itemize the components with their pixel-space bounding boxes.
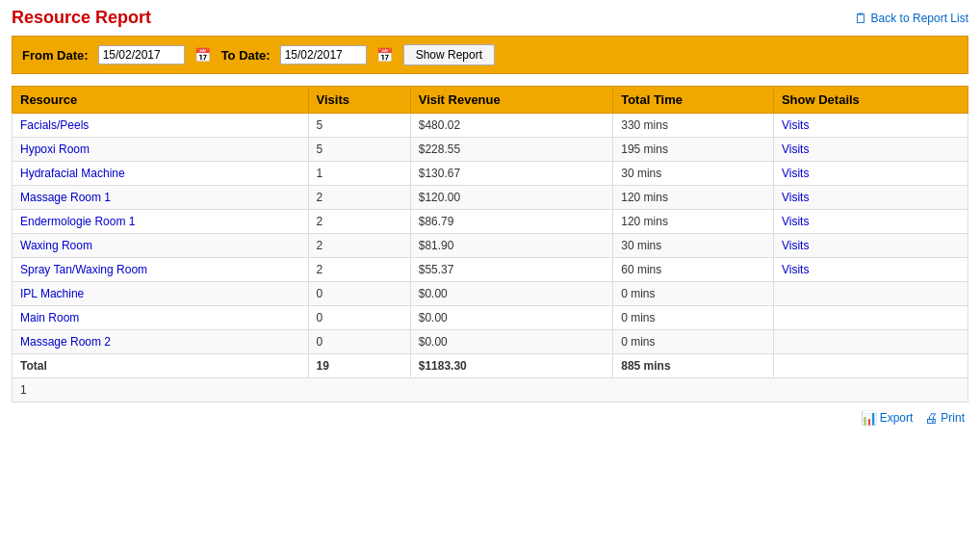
cell-resource: IPL Machine — [13, 282, 309, 306]
cell-revenue: $480.02 — [410, 114, 613, 138]
cell-visits: 5 — [308, 114, 410, 138]
cell-total-revenue: $1183.30 — [410, 354, 613, 378]
cell-show-details: Visits — [773, 114, 967, 138]
table-header-row: Resource Visits Visit Revenue Total Time… — [13, 87, 968, 114]
cell-visits: 0 — [308, 282, 410, 306]
print-link[interactable]: 🖨 Print — [924, 410, 965, 426]
cell-total-time: 60 mins — [613, 258, 774, 282]
export-link[interactable]: 📊 Export — [861, 410, 914, 426]
cell-visits: 2 — [308, 186, 410, 210]
from-date-calendar-icon[interactable]: 📅 — [194, 46, 212, 64]
cell-revenue: $0.00 — [410, 306, 613, 330]
report-list-icon: 🗒 — [854, 11, 867, 26]
cell-visits: 1 — [308, 162, 410, 186]
cell-resource: Waxing Room — [13, 234, 309, 258]
cell-revenue: $130.67 — [410, 162, 613, 186]
cell-show-details: Visits — [773, 162, 967, 186]
cell-visits: 0 — [308, 306, 410, 330]
resource-link[interactable]: Waxing Room — [20, 239, 92, 252]
to-date-calendar-icon[interactable]: 📅 — [376, 46, 394, 64]
cell-total-time: 330 mins — [613, 114, 774, 138]
print-icon: 🖨 — [924, 410, 938, 426]
visits-details-link[interactable]: Visits — [782, 118, 809, 132]
visits-details-link[interactable]: Visits — [782, 263, 809, 276]
table-row: Waxing Room2$81.9030 minsVisits — [13, 234, 968, 258]
show-report-button[interactable]: Show Report — [403, 44, 495, 65]
cell-revenue: $86.79 — [410, 210, 613, 234]
from-date-label: From Date: — [22, 48, 89, 63]
resource-link[interactable]: Facials/Peels — [20, 118, 89, 132]
cell-visits: 2 — [308, 258, 410, 282]
visits-details-link[interactable]: Visits — [782, 167, 809, 180]
cell-total-time: 0 mins — [613, 282, 774, 306]
report-table: Resource Visits Visit Revenue Total Time… — [12, 86, 968, 402]
export-icon: 📊 — [861, 410, 877, 426]
col-resource: Resource — [13, 87, 309, 114]
cell-total-visits: 19 — [308, 354, 410, 378]
cell-show-details: Visits — [773, 138, 967, 162]
table-row: Hydrafacial Machine1$130.6730 minsVisits — [13, 162, 968, 186]
col-visit-revenue: Visit Revenue — [410, 87, 613, 114]
cell-show-details — [773, 330, 967, 354]
cell-total-time: 120 mins — [613, 210, 774, 234]
cell-visits: 2 — [308, 234, 410, 258]
cell-resource: Massage Room 1 — [13, 186, 309, 210]
table-row: Main Room0$0.000 mins — [13, 306, 968, 330]
visits-details-link[interactable]: Visits — [782, 215, 809, 228]
cell-revenue: $55.37 — [410, 258, 613, 282]
cell-total-time: 195 mins — [613, 138, 774, 162]
cell-show-details: Visits — [773, 186, 967, 210]
col-show-details: Show Details — [773, 87, 967, 114]
cell-resource: Hypoxi Room — [13, 138, 309, 162]
resource-link[interactable]: Spray Tan/Waxing Room — [20, 263, 147, 276]
visits-details-link[interactable]: Visits — [782, 191, 809, 204]
cell-visits: 5 — [308, 138, 410, 162]
cell-resource: Main Room — [13, 306, 309, 330]
cell-total-label: Total — [13, 354, 309, 378]
col-total-time: Total Time — [613, 87, 774, 114]
resource-link[interactable]: Massage Room 1 — [20, 191, 111, 204]
resource-link[interactable]: Hypoxi Room — [20, 142, 90, 156]
cell-total-empty — [773, 354, 967, 378]
cell-revenue: $0.00 — [410, 330, 613, 354]
visits-details-link[interactable]: Visits — [782, 142, 809, 156]
cell-total-total_time: 885 mins — [613, 354, 774, 378]
cell-resource: Hydrafacial Machine — [13, 162, 309, 186]
cell-revenue: $120.00 — [410, 186, 613, 210]
table-row: Spray Tan/Waxing Room2$55.3760 minsVisit… — [13, 258, 968, 282]
cell-resource: Massage Room 2 — [13, 330, 309, 354]
cell-total-time: 30 mins — [613, 162, 774, 186]
col-visits: Visits — [308, 87, 410, 114]
resource-link[interactable]: Endermologie Room 1 — [20, 215, 135, 228]
resource-link[interactable]: Massage Room 2 — [20, 335, 111, 349]
table-row: Massage Room 20$0.000 mins — [13, 330, 968, 354]
table-row: IPL Machine0$0.000 mins — [13, 282, 968, 306]
cell-revenue: $81.90 — [410, 234, 613, 258]
cell-resource: Spray Tan/Waxing Room — [13, 258, 309, 282]
top-bar: Resource Report 🗒 Back to Report List — [12, 8, 968, 28]
back-to-report-list-link[interactable]: 🗒 Back to Report List — [854, 11, 968, 26]
resource-link[interactable]: Hydrafacial Machine — [20, 167, 125, 180]
cell-show-details — [773, 282, 967, 306]
table-row: Massage Room 12$120.00120 minsVisits — [13, 186, 968, 210]
cell-show-details: Visits — [773, 234, 967, 258]
from-date-input[interactable] — [98, 45, 185, 65]
table-row: Hypoxi Room5$228.55195 minsVisits — [13, 138, 968, 162]
cell-total-time: 30 mins — [613, 234, 774, 258]
cell-resource: Facials/Peels — [13, 114, 309, 138]
visits-details-link[interactable]: Visits — [782, 239, 809, 252]
cell-resource: Endermologie Room 1 — [13, 210, 309, 234]
resource-link[interactable]: Main Room — [20, 311, 79, 324]
cell-show-details — [773, 306, 967, 330]
table-row: Facials/Peels5$480.02330 minsVisits — [13, 114, 968, 138]
cell-revenue: $228.55 — [410, 138, 613, 162]
page-title: Resource Report — [12, 8, 151, 28]
cell-total-time: 120 mins — [613, 186, 774, 210]
cell-visits: 2 — [308, 210, 410, 234]
cell-total-time: 0 mins — [613, 330, 774, 354]
pagination-row: 1 — [13, 378, 968, 402]
cell-show-details: Visits — [773, 258, 967, 282]
resource-link[interactable]: IPL Machine — [20, 287, 84, 300]
to-date-input[interactable] — [280, 45, 367, 65]
cell-visits: 0 — [308, 330, 410, 354]
